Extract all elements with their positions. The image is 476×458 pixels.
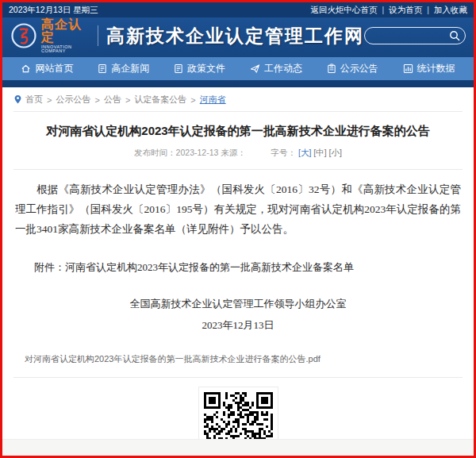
header-divider <box>98 25 98 46</box>
paper-plane-icon <box>250 64 260 74</box>
nav-item-statistics[interactable]: 统计数据 <box>403 62 455 75</box>
content-area: 首页 > 公示公告 > 公告 > 认定备案公告 > 河南省 对河南省认定机构20… <box>2 87 474 439</box>
site-header: 高企认定 INNOVATION COMPANY 高新技术企业认定管理工作网 <box>2 17 474 54</box>
nav-label: 工作动态 <box>264 62 302 75</box>
fontsize-label: 字号： <box>271 148 297 157</box>
breadcrumb-separator: > <box>190 95 195 105</box>
nav-item-activities[interactable]: 工作动态 <box>250 62 302 75</box>
qr-section: 扫一扫在手机打开当前页 <box>13 387 463 439</box>
page: 2023年12月13日 星期三 返回火炬中心首页|设为首页|加入收藏 高企认定 … <box>0 0 476 458</box>
location-pin-icon <box>13 94 22 105</box>
nav-label: 公示公告 <box>340 62 378 75</box>
search-input[interactable] <box>373 31 449 40</box>
nav-label: 高企新闻 <box>111 62 149 75</box>
nav-item-policy[interactable]: 政策文件 <box>174 62 225 75</box>
link-add-favorite[interactable]: 加入收藏 <box>434 5 467 14</box>
topbar-links: 返回火炬中心首页|设为首页|加入收藏 <box>311 5 467 16</box>
qr-divider <box>13 377 463 378</box>
policy-document-icon <box>174 64 183 74</box>
nav-item-home[interactable]: 网站首页 <box>21 62 73 75</box>
fontsize-medium-button[interactable]: [中] <box>313 148 326 157</box>
site-title: 高新技术企业认定管理工作网 <box>106 24 364 48</box>
article-meta: 发布时间：2023-12-13 来源： 字号： [大] [中] [小] <box>13 148 463 170</box>
main-nav: 网站首页 高企新闻 政策文件 工作动态 公示公告 <box>2 57 474 80</box>
signature-date: 2023年12月13日 <box>13 318 463 333</box>
news-document-icon <box>98 64 107 74</box>
signature-organization: 全国高新技术企业认定管理工作领导小组办公室 <box>13 297 463 311</box>
fontsize-small-button[interactable]: [小] <box>329 148 342 157</box>
publish-time-label: 发布时间： <box>134 148 176 157</box>
qr-code-frame <box>198 387 278 439</box>
breadcrumb-filing-notice[interactable]: 认定备案公告 <box>134 94 186 106</box>
logo-text-cn: 高企认定 <box>41 18 90 44</box>
nav-label: 政策文件 <box>187 62 225 75</box>
link-torch-center-home[interactable]: 返回火炬中心首页 <box>311 5 378 14</box>
nav-label: 统计数据 <box>417 62 455 75</box>
current-date: 2023年12月13日 星期三 <box>9 5 98 16</box>
search-box <box>364 27 466 44</box>
breadcrumb-announcements[interactable]: 公示公告 <box>56 94 90 106</box>
topbar-separator: | <box>382 5 385 14</box>
logo-emblem-icon <box>10 22 37 49</box>
home-icon <box>21 64 31 74</box>
article-body: 根据《高新技术企业认定管理办法》（国科发火〔2016〕32号）和《高新技术企业认… <box>13 179 463 239</box>
nav-item-news[interactable]: 高企新闻 <box>98 62 149 75</box>
link-set-homepage[interactable]: 设为首页 <box>389 5 422 14</box>
site-logo[interactable]: 高企认定 INNOVATION COMPANY <box>10 18 90 54</box>
breadcrumb-notice[interactable]: 公告 <box>104 94 121 106</box>
clipboard-icon <box>327 64 336 74</box>
search-icon <box>449 30 460 41</box>
nav-item-announcements[interactable]: 公示公告 <box>327 62 378 75</box>
article-title: 对河南省认定机构2023年认定报备的第一批高新技术企业进行备案的公告 <box>13 124 463 139</box>
qr-code <box>204 392 273 439</box>
bar-chart-icon <box>403 64 413 74</box>
source-label: 来源： <box>221 148 246 157</box>
topbar-separator: | <box>427 5 429 14</box>
breadcrumb-home[interactable]: 首页 <box>25 94 43 106</box>
attachment-pdf-link[interactable]: 对河南省认定机构2023年认定报备的第一批高新技术企业进行备案的公告.pdf <box>13 353 463 365</box>
breadcrumb-current-henan[interactable]: 河南省 <box>200 94 226 106</box>
fontsize-large-button[interactable]: [大] <box>298 148 311 157</box>
nav-outer: 网站首页 高企新闻 政策文件 工作动态 公示公告 <box>2 54 474 87</box>
breadcrumb-separator: > <box>125 95 130 105</box>
attachment-line: 附件：河南省认定机构2023年认定报备的第一批高新技术企业备案名单 <box>13 260 463 275</box>
breadcrumb-separator: > <box>47 95 52 105</box>
nav-label: 网站首页 <box>35 62 73 75</box>
logo-texts: 高企认定 INNOVATION COMPANY <box>41 18 90 54</box>
publish-date: 2023-12-13 <box>176 148 219 157</box>
search-button[interactable] <box>449 30 460 41</box>
logo-text-en: INNOVATION COMPANY <box>41 45 90 54</box>
footer-bar <box>2 439 474 456</box>
header-zone: 高企认定 INNOVATION COMPANY 高新技术企业认定管理工作网 <box>2 17 474 87</box>
breadcrumb-separator: > <box>94 95 99 105</box>
breadcrumb: 首页 > 公示公告 > 公告 > 认定备案公告 > 河南省 <box>13 87 463 112</box>
top-bar: 2023年12月13日 星期三 返回火炬中心首页|设为首页|加入收藏 <box>2 2 474 17</box>
